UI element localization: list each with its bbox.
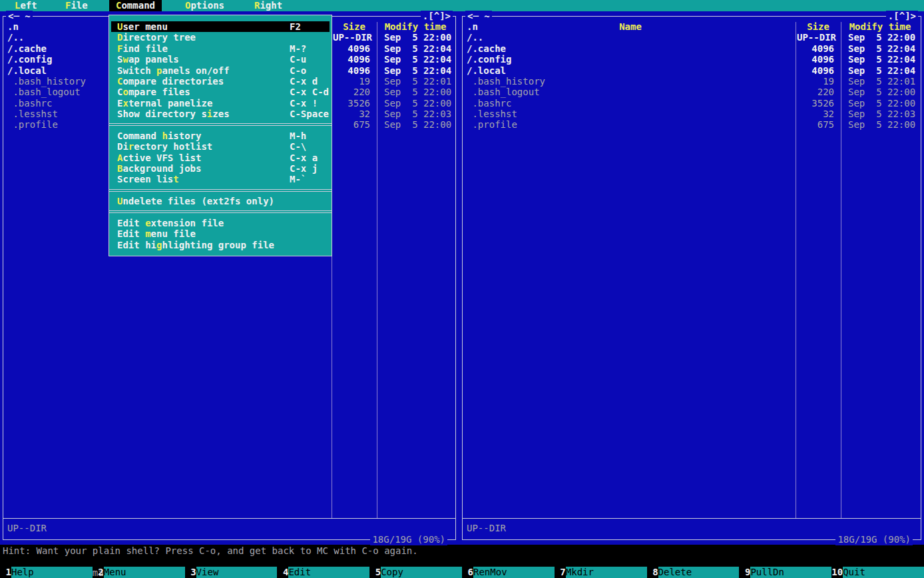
file-name: .bash_history <box>7 76 86 87</box>
function-key-bar: 1Help2Menu3View4Edit5Copy6RenMov7Mkdir8D… <box>0 567 924 578</box>
menu-separator <box>109 185 332 196</box>
file-size: 4096 <box>797 54 834 65</box>
file-row-lesshst[interactable]: .lesshst32Sep 5 22:03 <box>463 109 921 120</box>
panel-path-history-back[interactable]: <─ ~ <box>6 11 33 22</box>
menubar-item-command[interactable]: Command <box>109 0 162 11</box>
menu-shortcut: M-` <box>290 174 306 184</box>
fkey-4-edit[interactable]: 4Edit <box>277 567 369 578</box>
file-size: 220 <box>797 87 834 98</box>
file-name: /.local <box>7 65 47 77</box>
fkey-number: 6 <box>462 567 473 578</box>
shell-command-line[interactable]: midnight@commander:~$ <box>0 556 924 567</box>
fkey-1-help[interactable]: 1Help <box>0 567 93 578</box>
fkey-number: 2 <box>93 567 104 578</box>
fkey-9-pulldn[interactable]: 9PullDn <box>739 567 831 578</box>
hotkey-letter: m <box>145 228 150 239</box>
fkey-7-mkdir[interactable]: 7Mkdir <box>555 567 647 578</box>
mini-status-separator <box>463 518 921 519</box>
fkey-3-view[interactable]: 3View <box>185 567 278 578</box>
file-name: .profile <box>467 119 517 131</box>
column-header-size[interactable]: Size <box>332 21 376 33</box>
menu-item-edit-highlighting-group-file[interactable]: Edit highlighting group file <box>111 240 330 250</box>
file-mtime: Sep 5 22:00 <box>384 87 451 98</box>
menu-item-show-directory-sizes[interactable]: Show directory sizesC-Space <box>111 109 330 119</box>
menu-item-external-panelize[interactable]: External panelizeC-x ! <box>111 98 330 109</box>
fkey-label: PullDn <box>750 567 831 578</box>
file-size: 675 <box>797 119 834 131</box>
file-mtime: Sep 5 22:03 <box>848 109 915 120</box>
panel-top-controls[interactable]: .[^]> <box>421 11 453 22</box>
file-mtime: Sep 5 22:04 <box>384 65 451 77</box>
file-row-cache[interactable]: /.cache4096Sep 5 22:04 <box>463 43 921 55</box>
column-header-modify-time[interactable]: Modify time <box>841 21 919 33</box>
menu-item-directory-tree[interactable]: Directory tree <box>111 32 330 43</box>
file-mtime: Sep 5 22:00 <box>384 119 451 131</box>
file-name: .bash_history <box>467 76 545 87</box>
file-row-0[interactable]: /..UP--DIRSep 5 22:00 <box>463 32 921 43</box>
menubar-item-right[interactable]: Right <box>248 0 289 11</box>
file-size: 3526 <box>333 98 370 109</box>
menu-item-screen-list[interactable]: Screen listM-` <box>111 174 330 184</box>
file-name: /.cache <box>467 43 506 55</box>
menu-item-edit-menu-file[interactable]: Edit menu file <box>111 228 330 239</box>
hotkey-letter: x <box>122 98 128 109</box>
menu-item-user-menu[interactable]: User menuF2 <box>111 21 330 32</box>
menu-item-compare-files[interactable]: Compare filesC-x C-d <box>111 87 330 97</box>
file-mtime: Sep 5 22:04 <box>848 54 915 65</box>
panel-path-history-back[interactable]: <─ ~ <box>465 11 492 22</box>
menu-item-undelete-files-ext2fs-only[interactable]: Undelete files (ext2fs only) <box>111 196 330 206</box>
menu-item-command-history[interactable]: Command historyM-h <box>111 131 330 141</box>
column-separator-1 <box>796 22 796 518</box>
menu-shortcut: C-o <box>290 65 306 76</box>
file-size: 19 <box>797 76 834 87</box>
menubar-item-left[interactable]: Left <box>8 0 44 11</box>
menu-item-active-vfs-list[interactable]: Active VFS listC-x a <box>111 152 330 163</box>
fkey-5-copy[interactable]: 5Copy <box>369 567 462 578</box>
fkey-2-menu[interactable]: 2Menu <box>93 567 185 578</box>
menu-item-directory-hotlist[interactable]: Directory hotlistC-\ <box>111 141 330 152</box>
file-row-profile[interactable]: .profile675Sep 5 22:00 <box>463 119 921 131</box>
menubar-item-options[interactable]: Options <box>178 0 231 11</box>
file-mtime: Sep 5 22:00 <box>848 87 915 98</box>
file-mtime: Sep 5 22:00 <box>848 32 915 43</box>
file-mtime: Sep 5 22:04 <box>848 43 915 55</box>
menu-item-background-jobs[interactable]: Background jobsC-x j <box>111 163 330 174</box>
column-header-modify-time[interactable]: Modify time <box>377 21 453 33</box>
fkey-10-quit[interactable]: 10Quit <box>831 567 924 578</box>
file-name: .profile <box>7 119 58 131</box>
menubar-item-file[interactable]: File <box>59 0 95 11</box>
file-row-bashrc[interactable]: .bashrc3526Sep 5 22:00 <box>463 98 921 109</box>
menu-item-swap-panels[interactable]: Swap panelsC-u <box>111 54 330 65</box>
free-space-indicator: 18G/19G (90%) <box>835 534 913 545</box>
file-mtime: Sep 5 22:04 <box>848 65 915 77</box>
fkey-label: Help <box>11 567 93 578</box>
mini-status: UP--DIR <box>467 523 506 534</box>
fkey-label: RenMov <box>473 567 555 578</box>
menu-item-find-file[interactable]: Find fileM-? <box>111 43 330 54</box>
menu-item-switch-panels-on-off[interactable]: Switch panels on/offC-o <box>111 65 330 76</box>
column-header-name[interactable]: Name <box>467 21 794 33</box>
file-row-local[interactable]: /.local4096Sep 5 22:04 <box>463 65 921 77</box>
file-mtime: Sep 5 22:04 <box>384 54 451 65</box>
file-size: 4096 <box>797 43 834 55</box>
menu-item-compare-directories[interactable]: Compare directoriesC-x d <box>111 76 330 87</box>
file-name: /.config <box>7 54 52 65</box>
file-row-config[interactable]: /.config4096Sep 5 22:04 <box>463 54 921 65</box>
column-header-size[interactable]: Size <box>796 21 840 33</box>
file-row-bash-history[interactable]: .bash_history19Sep 5 22:01 <box>463 76 921 87</box>
file-mtime: Sep 5 22:00 <box>848 119 915 131</box>
fkey-number: 9 <box>739 567 750 578</box>
file-size: 32 <box>797 109 834 120</box>
file-size: 4096 <box>797 65 834 77</box>
file-mtime: Sep 5 22:03 <box>384 109 451 120</box>
file-mtime: Sep 5 22:04 <box>384 43 451 55</box>
file-row-bash-logout[interactable]: .bash_logout220Sep 5 22:00 <box>463 87 921 98</box>
file-name: /.. <box>7 32 24 43</box>
panel-top-controls[interactable]: .[^]> <box>886 11 918 22</box>
fkey-6-renmov[interactable]: 6RenMov <box>462 567 555 578</box>
mini-status: UP--DIR <box>7 523 47 534</box>
fkey-label: Menu <box>104 567 185 578</box>
file-name: .bashrc <box>7 98 52 109</box>
menu-item-edit-extension-file[interactable]: Edit extension file <box>111 218 330 228</box>
fkey-8-delete[interactable]: 8Delete <box>647 567 740 578</box>
